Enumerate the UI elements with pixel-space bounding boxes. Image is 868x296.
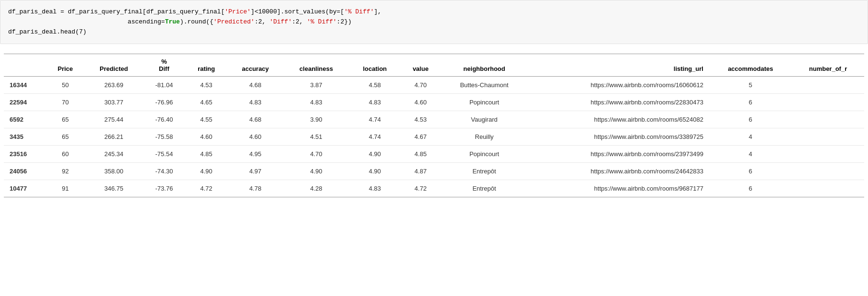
- cell-pct_diff: -76.96: [143, 94, 186, 111]
- cell-neighborhood: Entrepôt: [441, 180, 528, 197]
- col-header-neighborhood: neighborhood: [441, 54, 528, 77]
- cell-idx: 6592: [4, 111, 46, 128]
- cell-idx: 24056: [4, 163, 46, 180]
- cell-number_of_r: [792, 128, 864, 146]
- cell-rating: 4.53: [185, 77, 227, 94]
- cell-neighborhood: Vaugirard: [441, 111, 528, 128]
- cell-idx: 16344: [4, 77, 46, 94]
- cell-pct_diff: -73.76: [143, 180, 186, 197]
- cell-neighborhood: Popincourt: [441, 94, 528, 111]
- code-line1: df_paris_deal = df_paris_query_final[df_…: [8, 8, 381, 35]
- cell-rating: 4.85: [185, 146, 227, 163]
- cell-price: 65: [46, 128, 85, 146]
- cell-accommodates: 4: [709, 146, 792, 163]
- cell-location: 4.90: [349, 146, 401, 163]
- cell-neighborhood: Popincourt: [441, 146, 528, 163]
- col-header-price: Price: [46, 54, 85, 77]
- data-table: Price Predicted %Diff rating accuracy cl…: [4, 54, 864, 197]
- cell-listing_url[interactable]: https://www.airbnb.com/rooms/9687177: [528, 180, 709, 197]
- cell-number_of_r: [792, 77, 864, 94]
- table-row: 343565266.21-75.584.604.604.514.744.67Re…: [4, 128, 864, 146]
- cell-value: 4.87: [401, 163, 441, 180]
- cell-value: 4.67: [401, 128, 441, 146]
- cell-cleanliness: 3.90: [283, 111, 349, 128]
- cell-accuracy: 4.95: [227, 146, 283, 163]
- cell-value: 4.85: [401, 146, 441, 163]
- cell-listing_url[interactable]: https://www.airbnb.com/rooms/6524082: [528, 111, 709, 128]
- cell-cleanliness: 4.28: [283, 180, 349, 197]
- cell-value: 4.60: [401, 94, 441, 111]
- col-header-rating: rating: [185, 54, 227, 77]
- cell-accommodates: 6: [709, 111, 792, 128]
- cell-accommodates: 6: [709, 94, 792, 111]
- cell-location: 4.74: [349, 128, 401, 146]
- cell-number_of_r: [792, 111, 864, 128]
- cell-listing_url[interactable]: https://www.airbnb.com/rooms/16060612: [528, 77, 709, 94]
- cell-neighborhood: Buttes-Chaumont: [441, 77, 528, 94]
- cell-accuracy: 4.97: [227, 163, 283, 180]
- col-header-accuracy: accuracy: [227, 54, 283, 77]
- cell-listing_url[interactable]: https://www.airbnb.com/rooms/3389725: [528, 128, 709, 146]
- cell-value: 4.53: [401, 111, 441, 128]
- cell-accuracy: 4.83: [227, 94, 283, 111]
- cell-rating: 4.65: [185, 94, 227, 111]
- cell-location: 4.58: [349, 77, 401, 94]
- cell-number_of_r: [792, 180, 864, 197]
- cell-pct_diff: -75.58: [143, 128, 186, 146]
- cell-accuracy: 4.68: [227, 111, 283, 128]
- cell-price: 91: [46, 180, 85, 197]
- cell-cleanliness: 3.87: [283, 77, 349, 94]
- col-header-value: value: [401, 54, 441, 77]
- cell-number_of_r: [792, 94, 864, 111]
- cell-neighborhood: Reuilly: [441, 128, 528, 146]
- cell-predicted: 245.34: [85, 146, 143, 163]
- col-header-number-of-r: number_of_r: [792, 54, 864, 77]
- cell-value: 4.70: [401, 77, 441, 94]
- cell-rating: 4.60: [185, 128, 227, 146]
- cell-value: 4.72: [401, 180, 441, 197]
- cell-price: 70: [46, 94, 85, 111]
- cell-listing_url[interactable]: https://www.airbnb.com/rooms/24642833: [528, 163, 709, 180]
- cell-accuracy: 4.78: [227, 180, 283, 197]
- cell-idx: 23516: [4, 146, 46, 163]
- cell-cleanliness: 4.70: [283, 146, 349, 163]
- cell-predicted: 266.21: [85, 128, 143, 146]
- cell-predicted: 263.69: [85, 77, 143, 94]
- cell-cleanliness: 4.83: [283, 94, 349, 111]
- cell-accommodates: 5: [709, 77, 792, 94]
- code-block: df_paris_deal = df_paris_query_final[df_…: [0, 0, 868, 44]
- cell-idx: 3435: [4, 128, 46, 146]
- cell-location: 4.74: [349, 111, 401, 128]
- cell-predicted: 275.44: [85, 111, 143, 128]
- cell-rating: 4.55: [185, 111, 227, 128]
- cell-price: 60: [46, 146, 85, 163]
- cell-cleanliness: 4.51: [283, 128, 349, 146]
- col-header-location: location: [349, 54, 401, 77]
- table-header-row: Price Predicted %Diff rating accuracy cl…: [4, 54, 864, 77]
- cell-location: 4.83: [349, 94, 401, 111]
- col-header-cleanliness: cleanliness: [283, 54, 349, 77]
- cell-predicted: 358.00: [85, 163, 143, 180]
- cell-location: 4.83: [349, 180, 401, 197]
- cell-idx: 10477: [4, 180, 46, 197]
- cell-listing_url[interactable]: https://www.airbnb.com/rooms/22830473: [528, 94, 709, 111]
- col-header-predicted: Predicted: [85, 54, 143, 77]
- table-row: 2259470303.77-76.964.654.834.834.834.60P…: [4, 94, 864, 111]
- cell-pct_diff: -75.54: [143, 146, 186, 163]
- table-row: 2405692358.00-74.304.904.974.904.904.87E…: [4, 163, 864, 180]
- cell-predicted: 303.77: [85, 94, 143, 111]
- cell-pct_diff: -81.04: [143, 77, 186, 94]
- cell-accuracy: 4.68: [227, 77, 283, 94]
- cell-listing_url[interactable]: https://www.airbnb.com/rooms/23973499: [528, 146, 709, 163]
- cell-number_of_r: [792, 146, 864, 163]
- table-row: 2351660245.34-75.544.854.954.704.904.85P…: [4, 146, 864, 163]
- cell-rating: 4.90: [185, 163, 227, 180]
- table-row: 1634450263.69-81.044.534.683.874.584.70B…: [4, 77, 864, 94]
- table-row: 659265275.44-76.404.554.683.904.744.53Va…: [4, 111, 864, 128]
- col-header-pct-diff: %Diff: [143, 54, 186, 77]
- cell-neighborhood: Entrepôt: [441, 163, 528, 180]
- col-header-listing-url: listing_url: [528, 54, 709, 77]
- col-header-accommodates: accommodates: [709, 54, 792, 77]
- table-row: 1047791346.75-73.764.724.784.284.834.72E…: [4, 180, 864, 197]
- cell-accuracy: 4.60: [227, 128, 283, 146]
